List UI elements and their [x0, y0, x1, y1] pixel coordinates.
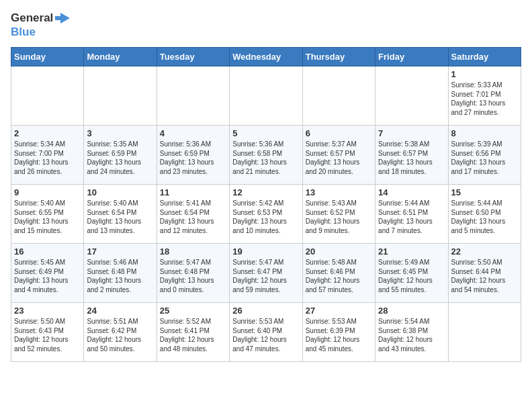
day-info: Sunrise: 5:40 AM Sunset: 6:55 PM Dayligh…: [14, 199, 81, 235]
calendar-cell: 21Sunrise: 5:49 AM Sunset: 6:45 PM Dayli…: [375, 244, 448, 303]
day-info: Sunrise: 5:46 AM Sunset: 6:48 PM Dayligh…: [87, 258, 153, 294]
day-number: 21: [378, 246, 445, 257]
day-info: Sunrise: 5:42 AM Sunset: 6:53 PM Dayligh…: [232, 199, 299, 235]
day-info: Sunrise: 5:39 AM Sunset: 6:56 PM Dayligh…: [451, 140, 518, 176]
day-info: Sunrise: 5:38 AM Sunset: 6:57 PM Dayligh…: [378, 140, 445, 176]
day-number: 7: [378, 128, 445, 138]
calendar-cell: 6Sunrise: 5:37 AM Sunset: 6:57 PM Daylig…: [302, 126, 375, 185]
calendar-cell: [448, 303, 521, 362]
day-info: Sunrise: 5:33 AM Sunset: 7:01 PM Dayligh…: [451, 81, 518, 117]
calendar-cell: 9Sunrise: 5:40 AM Sunset: 6:55 PM Daylig…: [11, 185, 84, 244]
calendar-cell: [375, 66, 448, 126]
day-info: Sunrise: 5:52 AM Sunset: 6:41 PM Dayligh…: [160, 317, 226, 353]
day-number: 8: [451, 128, 518, 138]
calendar-cell: 12Sunrise: 5:42 AM Sunset: 6:53 PM Dayli…: [230, 185, 302, 244]
day-number: 5: [232, 128, 299, 138]
day-info: Sunrise: 5:36 AM Sunset: 6:58 PM Dayligh…: [232, 140, 299, 176]
day-info: Sunrise: 5:47 AM Sunset: 6:47 PM Dayligh…: [232, 258, 299, 294]
logo-general: General: [11, 11, 53, 25]
logo: General Blue: [11, 11, 70, 39]
day-info: Sunrise: 5:49 AM Sunset: 6:45 PM Dayligh…: [378, 258, 445, 294]
weekday-header: Saturday: [448, 48, 521, 66]
calendar-cell: [302, 66, 375, 126]
day-number: 3: [87, 128, 153, 138]
calendar-week-row: 9Sunrise: 5:40 AM Sunset: 6:55 PM Daylig…: [11, 185, 521, 244]
day-number: 27: [306, 306, 372, 316]
calendar-cell: 13Sunrise: 5:43 AM Sunset: 6:52 PM Dayli…: [302, 185, 375, 244]
day-number: 22: [451, 246, 518, 257]
day-number: 23: [14, 306, 81, 316]
day-number: 6: [306, 128, 372, 138]
calendar-cell: 20Sunrise: 5:48 AM Sunset: 6:46 PM Dayli…: [302, 244, 375, 303]
day-number: 9: [14, 187, 81, 197]
day-number: 17: [87, 246, 153, 257]
day-number: 13: [306, 187, 372, 197]
day-info: Sunrise: 5:53 AM Sunset: 6:39 PM Dayligh…: [306, 317, 372, 353]
calendar-cell: 19Sunrise: 5:47 AM Sunset: 6:47 PM Dayli…: [230, 244, 302, 303]
calendar-cell: 3Sunrise: 5:35 AM Sunset: 6:59 PM Daylig…: [84, 126, 157, 185]
day-number: 15: [451, 187, 518, 197]
calendar-cell: 14Sunrise: 5:44 AM Sunset: 6:51 PM Dayli…: [375, 185, 448, 244]
day-number: 25: [160, 306, 226, 316]
calendar-cell: 7Sunrise: 5:38 AM Sunset: 6:57 PM Daylig…: [375, 126, 448, 185]
day-info: Sunrise: 5:45 AM Sunset: 6:49 PM Dayligh…: [14, 258, 81, 294]
calendar-cell: 23Sunrise: 5:50 AM Sunset: 6:43 PM Dayli…: [11, 303, 84, 362]
calendar-cell: 5Sunrise: 5:36 AM Sunset: 6:58 PM Daylig…: [230, 126, 302, 185]
day-info: Sunrise: 5:34 AM Sunset: 7:00 PM Dayligh…: [14, 140, 81, 176]
logo-arrow-icon: [55, 11, 70, 26]
day-info: Sunrise: 5:48 AM Sunset: 6:46 PM Dayligh…: [306, 258, 372, 294]
logo-blue: Blue: [11, 26, 36, 39]
calendar-cell: 27Sunrise: 5:53 AM Sunset: 6:39 PM Dayli…: [302, 303, 375, 362]
calendar-cell: 11Sunrise: 5:41 AM Sunset: 6:54 PM Dayli…: [157, 185, 229, 244]
calendar-cell: 28Sunrise: 5:54 AM Sunset: 6:38 PM Dayli…: [375, 303, 448, 362]
calendar-week-row: 16Sunrise: 5:45 AM Sunset: 6:49 PM Dayli…: [11, 244, 521, 303]
calendar-cell: 10Sunrise: 5:40 AM Sunset: 6:54 PM Dayli…: [84, 185, 157, 244]
day-info: Sunrise: 5:54 AM Sunset: 6:38 PM Dayligh…: [378, 317, 445, 353]
calendar-cell: [84, 66, 157, 126]
day-number: 12: [232, 187, 299, 197]
calendar-cell: 2Sunrise: 5:34 AM Sunset: 7:00 PM Daylig…: [11, 126, 84, 185]
day-number: 24: [87, 306, 153, 316]
calendar-cell: 25Sunrise: 5:52 AM Sunset: 6:41 PM Dayli…: [157, 303, 229, 362]
calendar-cell: 17Sunrise: 5:46 AM Sunset: 6:48 PM Dayli…: [84, 244, 157, 303]
calendar-cell: 24Sunrise: 5:51 AM Sunset: 6:42 PM Dayli…: [84, 303, 157, 362]
day-number: 2: [14, 128, 81, 138]
calendar-cell: 4Sunrise: 5:36 AM Sunset: 6:59 PM Daylig…: [157, 126, 229, 185]
weekday-header: Sunday: [11, 48, 84, 66]
day-number: 10: [87, 187, 153, 197]
weekday-header: Monday: [84, 48, 157, 66]
weekday-header-row: SundayMondayTuesdayWednesdayThursdayFrid…: [11, 48, 521, 66]
day-info: Sunrise: 5:50 AM Sunset: 6:44 PM Dayligh…: [451, 258, 518, 294]
day-number: 1: [451, 69, 518, 79]
calendar-cell: 1Sunrise: 5:33 AM Sunset: 7:01 PM Daylig…: [448, 66, 521, 126]
day-info: Sunrise: 5:51 AM Sunset: 6:42 PM Dayligh…: [87, 317, 153, 353]
day-number: 16: [14, 246, 81, 257]
day-number: 28: [378, 306, 445, 316]
day-number: 19: [232, 246, 299, 257]
calendar-week-row: 23Sunrise: 5:50 AM Sunset: 6:43 PM Dayli…: [11, 303, 521, 362]
day-info: Sunrise: 5:36 AM Sunset: 6:59 PM Dayligh…: [160, 140, 226, 176]
header: General Blue: [11, 11, 521, 39]
calendar-cell: [11, 66, 84, 126]
weekday-header: Friday: [375, 48, 448, 66]
calendar-table: SundayMondayTuesdayWednesdayThursdayFrid…: [11, 47, 521, 362]
weekday-header: Wednesday: [230, 48, 302, 66]
calendar-cell: 8Sunrise: 5:39 AM Sunset: 6:56 PM Daylig…: [448, 126, 521, 185]
day-info: Sunrise: 5:35 AM Sunset: 6:59 PM Dayligh…: [87, 140, 153, 176]
calendar-cell: 26Sunrise: 5:53 AM Sunset: 6:40 PM Dayli…: [230, 303, 302, 362]
day-info: Sunrise: 5:43 AM Sunset: 6:52 PM Dayligh…: [306, 199, 372, 235]
day-number: 18: [160, 246, 226, 257]
day-info: Sunrise: 5:40 AM Sunset: 6:54 PM Dayligh…: [87, 199, 153, 235]
calendar-cell: 22Sunrise: 5:50 AM Sunset: 6:44 PM Dayli…: [448, 244, 521, 303]
day-info: Sunrise: 5:37 AM Sunset: 6:57 PM Dayligh…: [306, 140, 372, 176]
day-info: Sunrise: 5:50 AM Sunset: 6:43 PM Dayligh…: [14, 317, 81, 353]
calendar-cell: [157, 66, 229, 126]
day-number: 11: [160, 187, 226, 197]
day-number: 26: [232, 306, 299, 316]
day-info: Sunrise: 5:44 AM Sunset: 6:50 PM Dayligh…: [451, 199, 518, 235]
calendar-cell: [230, 66, 302, 126]
calendar-cell: 16Sunrise: 5:45 AM Sunset: 6:49 PM Dayli…: [11, 244, 84, 303]
svg-marker-0: [55, 13, 70, 24]
weekday-header: Tuesday: [157, 48, 229, 66]
day-number: 20: [306, 246, 372, 257]
